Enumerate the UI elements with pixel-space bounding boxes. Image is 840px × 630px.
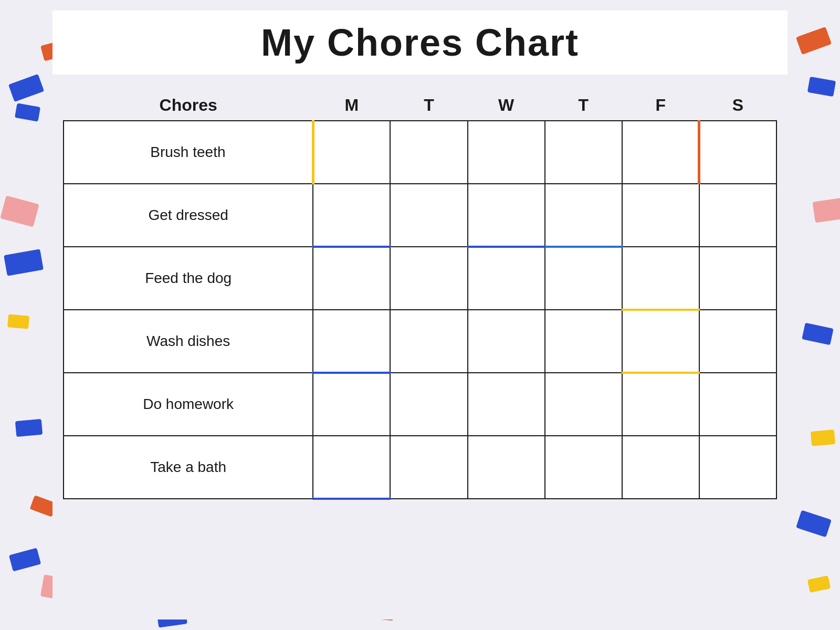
check-cell-row4-col5[interactable] (699, 373, 776, 436)
decoration-14 (811, 429, 835, 446)
chores-column-header: Chores (64, 90, 313, 121)
check-cell-row0-col4[interactable] (622, 121, 699, 184)
check-cell-row5-col0[interactable] (313, 436, 390, 499)
check-cell-row4-col0[interactable] (313, 373, 390, 436)
check-cell-row5-col3[interactable] (545, 436, 622, 499)
check-cell-row2-col4[interactable] (622, 247, 699, 310)
check-cell-row2-col2[interactable] (468, 247, 545, 310)
check-cell-row0-col2[interactable] (468, 121, 545, 184)
check-cell-row3-col1[interactable] (390, 310, 467, 373)
decoration-5 (0, 195, 39, 227)
check-cell-row3-col2[interactable] (468, 310, 545, 373)
chore-label-4: Do homework (64, 373, 313, 436)
check-cell-row1-col2[interactable] (468, 184, 545, 247)
decoration-10 (796, 27, 832, 55)
day-header-t1: T (390, 90, 467, 121)
check-cell-row1-col0[interactable] (313, 184, 390, 247)
chore-label-5: Take a bath (64, 436, 313, 499)
check-cell-row1-col1[interactable] (390, 184, 467, 247)
check-cell-row4-col2[interactable] (468, 373, 545, 436)
check-cell-row3-col0[interactable] (313, 310, 390, 373)
check-cell-row5-col5[interactable] (699, 436, 776, 499)
check-cell-row2-col5[interactable] (699, 247, 776, 310)
table-row: Get dressed (64, 184, 776, 247)
check-cell-row5-col2[interactable] (468, 436, 545, 499)
decoration-1 (15, 103, 40, 121)
day-header-m: M (313, 90, 390, 121)
day-header-w: W (468, 90, 545, 121)
day-header-f: F (622, 90, 699, 121)
check-cell-row1-col4[interactable] (622, 184, 699, 247)
check-cell-row0-col5[interactable] (699, 121, 776, 184)
decoration-0 (8, 74, 44, 102)
page-title: My Chores Chart (261, 22, 579, 64)
table-row: Feed the dog (64, 247, 776, 310)
table-row: Take a bath (64, 436, 776, 499)
check-cell-row5-col1[interactable] (390, 436, 467, 499)
check-cell-row4-col1[interactable] (390, 373, 467, 436)
decoration-13 (802, 323, 833, 345)
chore-label-3: Wash dishes (64, 310, 313, 373)
chores-table: Chores M T W T F S Brush teethGet dresse… (63, 90, 777, 500)
check-cell-row4-col3[interactable] (545, 373, 622, 436)
chart-area: Chores M T W T F S Brush teethGet dresse… (52, 90, 788, 500)
page-container: My Chores Chart Chores M T W T F S Brush… (52, 10, 788, 620)
check-cell-row2-col1[interactable] (390, 247, 467, 310)
decoration-15 (796, 510, 832, 538)
table-row: Wash dishes (64, 310, 776, 373)
chore-label-2: Feed the dog (64, 247, 313, 310)
chore-label-1: Get dressed (64, 184, 313, 247)
check-cell-row0-col1[interactable] (390, 121, 467, 184)
check-cell-row1-col5[interactable] (699, 184, 776, 247)
check-cell-row4-col4[interactable] (622, 373, 699, 436)
check-cell-row2-col0[interactable] (313, 247, 390, 310)
decoration-3 (7, 314, 29, 329)
decoration-4 (4, 249, 44, 276)
day-header-t2: T (545, 90, 622, 121)
title-box: My Chores Chart (52, 10, 788, 75)
check-cell-row0-col0[interactable] (313, 121, 390, 184)
check-cell-row3-col4[interactable] (622, 310, 699, 373)
decoration-6 (15, 419, 43, 437)
chore-label-0: Brush teeth (64, 121, 313, 184)
decoration-12 (813, 197, 840, 223)
table-row: Do homework (64, 373, 776, 436)
check-cell-row1-col3[interactable] (545, 184, 622, 247)
check-cell-row0-col3[interactable] (545, 121, 622, 184)
check-cell-row5-col4[interactable] (622, 436, 699, 499)
decoration-16 (807, 575, 831, 593)
decoration-8 (9, 548, 41, 571)
check-cell-row3-col5[interactable] (699, 310, 776, 373)
header-row: Chores M T W T F S (64, 90, 776, 121)
decoration-11 (807, 77, 836, 97)
check-cell-row2-col3[interactable] (545, 247, 622, 310)
day-header-s: S (699, 90, 776, 121)
check-cell-row3-col3[interactable] (545, 310, 622, 373)
table-row: Brush teeth (64, 121, 776, 184)
